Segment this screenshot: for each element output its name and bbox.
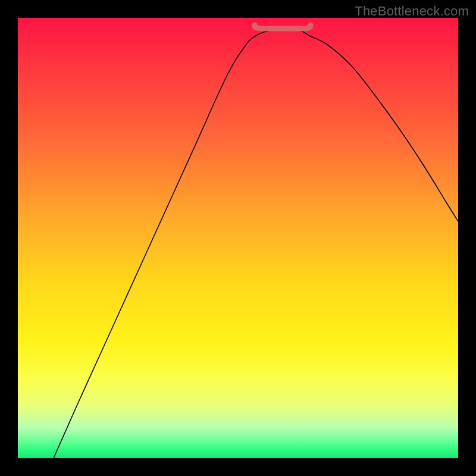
optimal-flat-region-marker bbox=[255, 25, 311, 29]
chart-frame: TheBottleneck.com bbox=[0, 0, 476, 476]
watermark-text: TheBottleneck.com bbox=[355, 4, 469, 19]
plot-area bbox=[18, 18, 458, 458]
curve-layer bbox=[18, 18, 458, 458]
bottleneck-curve bbox=[54, 29, 458, 458]
